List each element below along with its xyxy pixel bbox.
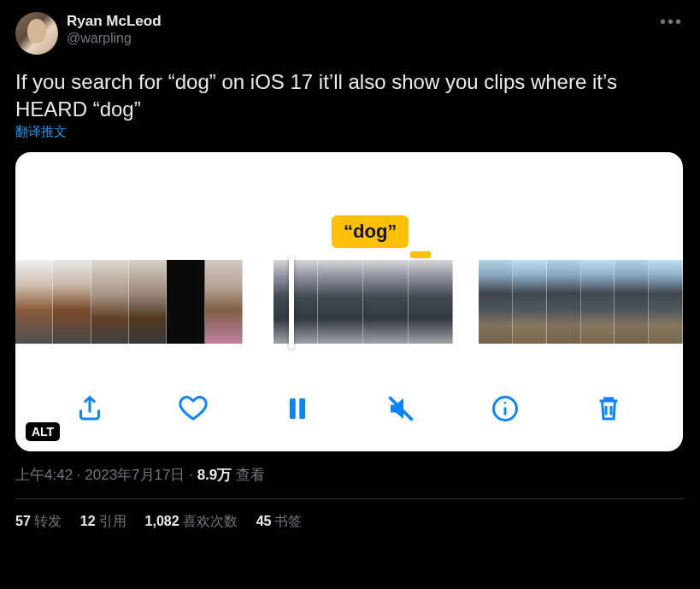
svg-rect-0 xyxy=(290,398,296,419)
tweet-meta[interactable]: 上午4:42 · 2023年7月17日 · 8.9万 查看 xyxy=(15,465,685,485)
media-card[interactable]: “dog” xyxy=(15,152,683,451)
more-icon[interactable]: ••• xyxy=(660,12,683,32)
delete-button[interactable] xyxy=(588,388,629,429)
clip-frame xyxy=(53,260,91,344)
info-button[interactable] xyxy=(485,388,526,429)
tweet-date: 2023年7月17日 xyxy=(85,467,185,483)
pause-icon xyxy=(282,393,313,424)
display-name: Ryan McLeod xyxy=(67,12,162,30)
translate-link[interactable]: 翻译推文 xyxy=(15,124,67,138)
clip-frame xyxy=(129,260,167,344)
playhead[interactable] xyxy=(289,255,294,349)
author-block[interactable]: Ryan McLeod @warpling xyxy=(67,12,162,47)
clip-frame xyxy=(581,260,615,344)
views-label: 查看 xyxy=(232,467,265,483)
svg-point-5 xyxy=(504,402,506,403)
trash-icon xyxy=(593,393,624,424)
divider xyxy=(15,498,685,499)
clip-frame xyxy=(479,260,513,344)
clip-frame xyxy=(318,260,363,344)
clip-frame xyxy=(513,260,547,344)
media-toolbar xyxy=(15,378,683,439)
clip-frame xyxy=(547,260,581,344)
clip-frame xyxy=(15,260,53,344)
search-hit-marker xyxy=(410,251,431,258)
clip-frame xyxy=(274,260,319,344)
alt-badge[interactable]: ALT xyxy=(26,422,60,441)
clip-group[interactable] xyxy=(479,260,683,344)
handle: @warpling xyxy=(67,30,162,47)
clip-frame xyxy=(205,260,243,344)
likes-stat[interactable]: 1,082喜欢次数 xyxy=(145,513,238,531)
video-timeline[interactable] xyxy=(15,260,683,344)
share-button[interactable] xyxy=(69,388,110,429)
clip-frame xyxy=(167,260,204,344)
clip-group[interactable] xyxy=(15,260,243,344)
quotes-stat[interactable]: 12引用 xyxy=(80,513,126,531)
tweet-time: 上午4:42 xyxy=(15,467,73,483)
share-icon xyxy=(74,393,105,424)
views-count: 8.9万 xyxy=(197,467,232,483)
clip-frame xyxy=(649,260,683,344)
tweet-text: If you search for “dog” on iOS 17 it’ll … xyxy=(15,68,685,124)
stats-row: 57转发 12引用 1,082喜欢次数 45书签 xyxy=(15,513,685,531)
bookmarks-stat[interactable]: 45书签 xyxy=(256,513,303,531)
speaker-muted-icon xyxy=(385,393,416,424)
search-term-chip: “dog” xyxy=(332,215,409,248)
heart-icon xyxy=(178,393,209,424)
tweet-header: Ryan McLeod @warpling ••• xyxy=(15,12,685,55)
mute-button[interactable] xyxy=(380,388,421,429)
avatar[interactable] xyxy=(15,12,58,55)
svg-rect-1 xyxy=(299,398,305,419)
tweet-container: Ryan McLeod @warpling ••• If you search … xyxy=(0,0,700,589)
clip-frame xyxy=(409,260,454,344)
retweets-stat[interactable]: 57转发 xyxy=(15,513,62,531)
pause-button[interactable] xyxy=(277,388,318,429)
clip-frame xyxy=(615,260,649,344)
info-icon xyxy=(490,393,521,424)
clip-frame xyxy=(91,260,129,344)
like-button[interactable] xyxy=(173,388,214,429)
clip-group[interactable] xyxy=(274,260,453,344)
clip-frame xyxy=(363,260,409,344)
